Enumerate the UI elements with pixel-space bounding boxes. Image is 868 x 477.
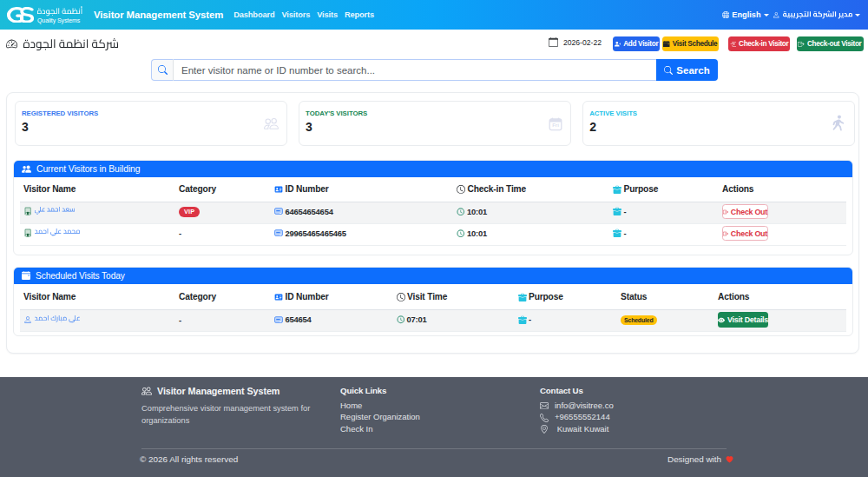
svg-text:Fri: Fri	[552, 123, 559, 128]
